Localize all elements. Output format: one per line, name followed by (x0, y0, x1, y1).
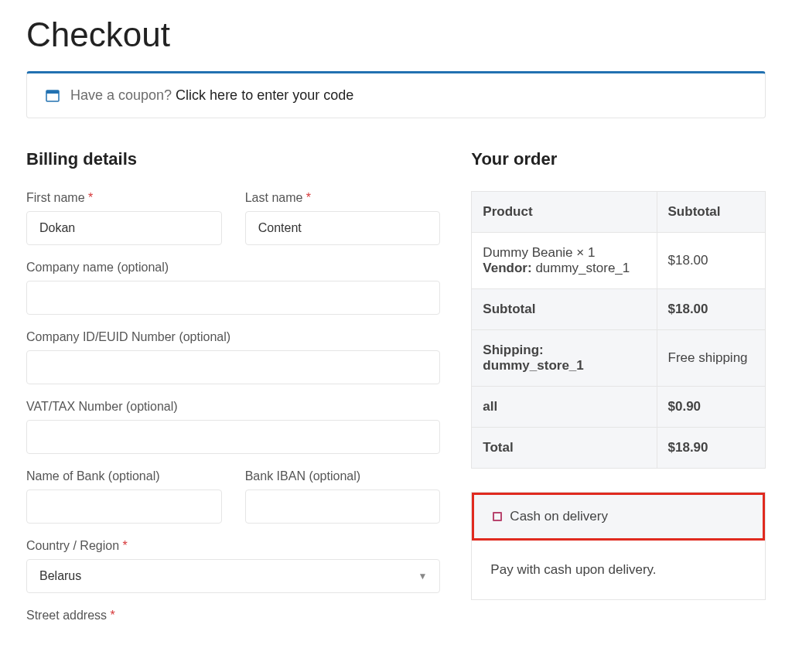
total-value: $18.90 (657, 428, 765, 469)
table-row: Subtotal $18.00 (472, 289, 766, 330)
item-price: $18.00 (657, 233, 765, 289)
coupon-text: Have a coupon? Click here to enter your … (70, 87, 353, 104)
payment-description: Pay with cash upon delivery. (472, 541, 765, 599)
bank-iban-input[interactable] (245, 490, 441, 524)
header-subtotal: Subtotal (657, 192, 765, 233)
radio-icon (493, 512, 502, 521)
payment-methods: Cash on delivery Pay with cash upon deli… (471, 492, 766, 600)
item-name: Dummy Beanie × 1 (483, 245, 645, 261)
total-label: Total (472, 428, 657, 469)
vendor-label: Vendor: (483, 261, 535, 275)
bank-name-input[interactable] (26, 490, 222, 524)
country-value: Belarus (39, 569, 81, 583)
last-name-label: Last name * (245, 191, 441, 205)
svg-rect-1 (46, 90, 59, 94)
payment-method-label: Cash on delivery (510, 509, 608, 524)
table-row: Shipping: dummy_store_1 Free shipping (472, 330, 766, 387)
bank-iban-label: Bank IBAN (optional) (245, 469, 441, 483)
first-name-label: First name * (26, 191, 222, 205)
subtotal-value: $18.00 (657, 289, 765, 330)
page-title: Checkout (26, 15, 766, 54)
company-id-label: Company ID/EUID Number (optional) (26, 330, 440, 344)
all-label: all (472, 387, 657, 428)
billing-title: Billing details (26, 149, 440, 169)
payment-option-cod[interactable]: Cash on delivery (472, 493, 765, 541)
coupon-prompt: Have a coupon? (70, 87, 176, 103)
table-header-row: Product Subtotal (472, 192, 766, 233)
first-name-input[interactable] (26, 211, 222, 245)
shipping-value: Free shipping (657, 330, 765, 387)
table-row: all $0.90 (472, 387, 766, 428)
table-row: Total $18.90 (472, 428, 766, 469)
company-input[interactable] (26, 281, 440, 315)
company-label: Company name (optional) (26, 261, 440, 275)
country-select[interactable]: Belarus ▼ (26, 559, 440, 593)
last-name-input[interactable] (245, 211, 441, 245)
header-product: Product (472, 192, 657, 233)
coupon-link[interactable]: Click here to enter your code (176, 87, 353, 103)
vat-input[interactable] (26, 420, 440, 454)
street-address-label: Street address * (26, 609, 440, 623)
all-value: $0.90 (657, 387, 765, 428)
chevron-down-icon: ▼ (418, 571, 427, 582)
table-row: Dummy Beanie × 1 Vendor: dummy_store_1 $… (472, 233, 766, 289)
country-label: Country / Region * (26, 539, 440, 553)
order-title: Your order (471, 149, 766, 169)
vat-label: VAT/TAX Number (optional) (26, 400, 440, 414)
subtotal-label: Subtotal (472, 289, 657, 330)
vendor-name: dummy_store_1 (535, 261, 630, 275)
window-icon (46, 89, 60, 103)
bank-name-label: Name of Bank (optional) (26, 469, 222, 483)
coupon-notice: Have a coupon? Click here to enter your … (26, 71, 766, 118)
order-table: Product Subtotal Dummy Beanie × 1 Vendor… (471, 191, 766, 469)
company-id-input[interactable] (26, 350, 440, 384)
product-cell: Dummy Beanie × 1 Vendor: dummy_store_1 (472, 233, 657, 289)
shipping-label: Shipping: dummy_store_1 (472, 330, 657, 387)
